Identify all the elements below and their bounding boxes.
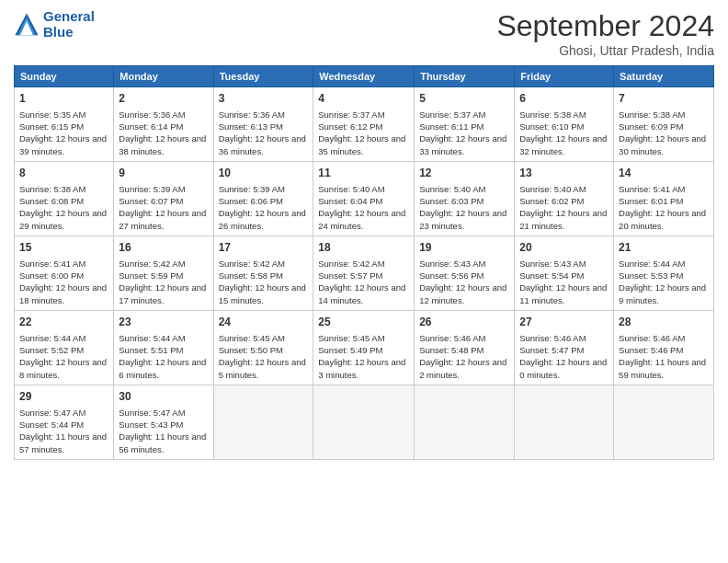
day-number: 1 [19,91,108,107]
sunrise-text: Sunrise: 5:37 AM [318,109,384,120]
table-row [313,385,415,459]
daylight-text: Daylight: 12 hours and 18 minutes. [19,282,107,304]
daylight-text: Daylight: 12 hours and 8 minutes. [19,357,107,379]
table-row: 18Sunrise: 5:42 AMSunset: 5:57 PMDayligh… [313,236,415,310]
sunrise-text: Sunrise: 5:38 AM [19,184,85,194]
daylight-text: Daylight: 12 hours and 21 minutes. [519,208,607,230]
calendar-table: Sunday Monday Tuesday Wednesday Thursday… [14,65,714,460]
sunrise-text: Sunrise: 5:39 AM [119,184,185,194]
sunrise-text: Sunrise: 5:47 AM [119,408,185,418]
sunrise-text: Sunrise: 5:41 AM [619,184,685,194]
table-row: 15Sunrise: 5:41 AMSunset: 6:00 PMDayligh… [15,236,114,310]
table-row: 14Sunrise: 5:41 AMSunset: 6:01 PMDayligh… [614,161,714,236]
table-row [213,385,313,459]
daylight-text: Daylight: 12 hours and 39 minutes. [19,133,107,155]
day-number: 25 [318,315,409,330]
sunset-text: Sunset: 6:07 PM [119,196,183,206]
table-row: 1Sunrise: 5:35 AMSunset: 6:15 PMDaylight… [15,87,114,162]
day-number: 29 [19,389,108,405]
sunrise-text: Sunrise: 5:36 AM [119,109,185,120]
header-wednesday: Wednesday [313,66,415,87]
daylight-text: Daylight: 12 hours and 11 minutes. [519,282,607,304]
sunrise-text: Sunrise: 5:46 AM [419,333,485,343]
daylight-text: Daylight: 12 hours and 0 minutes. [519,357,607,379]
table-row: 8Sunrise: 5:38 AMSunset: 6:08 PMDaylight… [15,161,114,236]
sunrise-text: Sunrise: 5:44 AM [619,259,685,269]
sunrise-text: Sunrise: 5:35 AM [19,109,85,120]
daylight-text: Daylight: 12 hours and 9 minutes. [619,282,706,304]
sunset-text: Sunset: 5:43 PM [119,419,183,430]
sunrise-text: Sunrise: 5:42 AM [219,259,285,269]
sunrise-text: Sunrise: 5:44 AM [119,333,185,343]
sunrise-text: Sunrise: 5:46 AM [519,333,586,343]
day-number: 10 [219,166,309,181]
day-number: 18 [318,240,409,256]
daylight-text: Daylight: 12 hours and 14 minutes. [318,282,405,304]
header-friday: Friday [515,66,614,87]
table-row: 12Sunrise: 5:40 AMSunset: 6:03 PMDayligh… [415,161,515,236]
day-number: 15 [19,240,108,256]
weekday-header-row: Sunday Monday Tuesday Wednesday Thursday… [15,66,714,87]
sunrise-text: Sunrise: 5:38 AM [619,109,685,120]
sunset-text: Sunset: 5:44 PM [19,419,84,430]
sunset-text: Sunset: 6:14 PM [119,121,183,132]
daylight-text: Daylight: 12 hours and 15 minutes. [219,282,306,304]
day-number: 3 [219,91,309,107]
month-title: September 2024 [496,9,714,43]
day-number: 13 [519,166,609,181]
calendar-week-row: 1Sunrise: 5:35 AMSunset: 6:15 PMDaylight… [15,87,714,162]
day-number: 16 [119,240,208,256]
table-row: 11Sunrise: 5:40 AMSunset: 6:04 PMDayligh… [313,161,415,236]
table-row: 20Sunrise: 5:43 AMSunset: 5:54 PMDayligh… [515,236,614,310]
logo: General Blue [14,9,95,40]
daylight-text: Daylight: 11 hours and 59 minutes. [619,357,706,379]
calendar-week-row: 29Sunrise: 5:47 AMSunset: 5:44 PMDayligh… [15,385,714,459]
daylight-text: Daylight: 12 hours and 33 minutes. [419,133,506,155]
sunrise-text: Sunrise: 5:45 AM [318,333,384,343]
sunset-text: Sunset: 5:53 PM [619,270,683,281]
sunset-text: Sunset: 6:12 PM [318,121,382,132]
sunset-text: Sunset: 6:00 PM [19,270,84,281]
sunset-text: Sunset: 5:50 PM [219,345,283,355]
daylight-text: Daylight: 12 hours and 38 minutes. [119,133,206,155]
day-number: 7 [619,91,709,107]
daylight-text: Daylight: 12 hours and 29 minutes. [19,208,107,230]
sunset-text: Sunset: 5:56 PM [419,270,483,281]
table-row: 2Sunrise: 5:36 AMSunset: 6:14 PMDaylight… [114,87,213,162]
sunrise-text: Sunrise: 5:40 AM [318,184,384,194]
day-number: 4 [318,91,409,107]
daylight-text: Daylight: 12 hours and 23 minutes. [419,208,506,230]
sunrise-text: Sunrise: 5:45 AM [219,333,285,343]
table-row: 24Sunrise: 5:45 AMSunset: 5:50 PMDayligh… [213,310,313,385]
sunset-text: Sunset: 5:58 PM [219,270,283,281]
day-number: 28 [619,315,709,330]
daylight-text: Daylight: 12 hours and 17 minutes. [119,282,206,304]
table-row: 16Sunrise: 5:42 AMSunset: 5:59 PMDayligh… [114,236,213,310]
day-number: 2 [119,91,208,107]
header-thursday: Thursday [415,66,515,87]
header-sunday: Sunday [15,66,114,87]
daylight-text: Daylight: 12 hours and 3 minutes. [318,357,405,379]
day-number: 9 [119,166,208,181]
day-number: 11 [318,166,409,181]
table-row: 3Sunrise: 5:36 AMSunset: 6:13 PMDaylight… [213,87,313,162]
logo-text: General Blue [43,9,95,40]
sunset-text: Sunset: 6:01 PM [619,196,683,206]
table-row [415,385,515,459]
day-number: 14 [619,166,709,181]
day-number: 24 [219,315,309,330]
daylight-text: Daylight: 12 hours and 5 minutes. [219,357,306,379]
sunrise-text: Sunrise: 5:42 AM [318,259,384,269]
daylight-text: Daylight: 12 hours and 2 minutes. [419,357,506,379]
table-row [614,385,714,459]
sunset-text: Sunset: 5:52 PM [19,345,84,355]
daylight-text: Daylight: 12 hours and 35 minutes. [318,133,405,155]
sunset-text: Sunset: 6:03 PM [419,196,483,206]
sunset-text: Sunset: 6:02 PM [519,196,584,206]
table-row: 5Sunrise: 5:37 AMSunset: 6:11 PMDaylight… [415,87,515,162]
table-row: 9Sunrise: 5:39 AMSunset: 6:07 PMDaylight… [114,161,213,236]
table-row: 28Sunrise: 5:46 AMSunset: 5:46 PMDayligh… [614,310,714,385]
table-row: 19Sunrise: 5:43 AMSunset: 5:56 PMDayligh… [415,236,515,310]
sunset-text: Sunset: 6:06 PM [219,196,283,206]
sunset-text: Sunset: 5:48 PM [419,345,483,355]
